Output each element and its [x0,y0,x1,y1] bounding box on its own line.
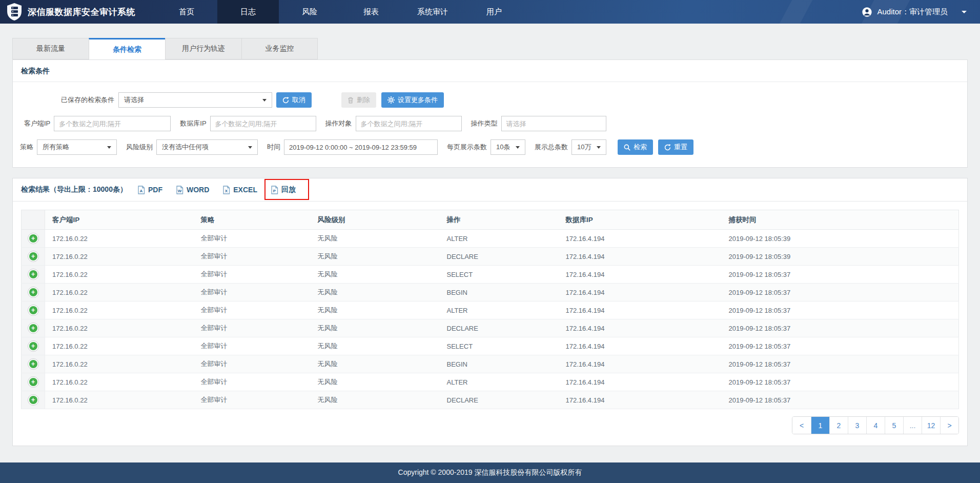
table-row: +172.16.0.22全部审计无风险ALTER172.16.4.1942019… [22,373,959,391]
expand-row-icon[interactable]: + [28,251,39,262]
nav-item-system-audit[interactable]: 系统审计 [402,0,463,24]
tab-user-behavior-track[interactable]: 用户行为轨迹 [165,38,241,59]
expand-row-icon[interactable]: + [28,340,39,352]
nav-item-home[interactable]: 首页 [156,0,217,24]
trash-icon [348,97,354,104]
table-row: +172.16.0.22全部审计无风险DECLARE172.16.4.19420… [22,391,959,409]
expand-cell: + [22,391,45,409]
cell-client-ip: 172.16.0.22 [45,337,194,355]
time-range-input[interactable] [284,139,438,155]
prev-page-button[interactable]: < [792,417,811,434]
expand-row-icon[interactable]: + [28,376,39,388]
chevron-down-icon [248,146,252,149]
export-pdf-link[interactable]: APDF [137,186,162,194]
table-body: +172.16.0.22全部审计无风险ALTER172.16.4.1942019… [22,230,959,409]
expand-row-icon[interactable]: + [28,269,39,280]
page-ellipsis: ... [903,417,922,434]
table-row: +172.16.0.22全部审计无风险DECLARE172.16.4.19420… [22,319,959,337]
tab-latest-traffic[interactable]: 最新流量 [12,38,89,59]
expand-cell: + [22,266,45,284]
page-button-4[interactable]: 4 [866,417,885,434]
more-conditions-button-label: 设置更多条件 [398,95,438,105]
cell-db-ip: 172.16.4.194 [559,355,722,373]
cell-client-ip: 172.16.0.22 [45,284,194,301]
export-excel-link[interactable]: XEXCEL [222,186,257,194]
page-button-2[interactable]: 2 [829,417,848,434]
expand-row-icon[interactable]: + [28,233,39,244]
results-table-wrap: 客户端IP策略风险级别操作数据库IP捕获时间 +172.16.0.22全部审计无… [13,202,967,409]
nav-item-reports[interactable]: 报表 [340,0,402,24]
operation-type-input[interactable] [501,116,606,131]
per-page-value: 10条 [496,143,510,152]
cell-operation: ALTER [440,301,559,319]
policy-select[interactable]: 所有策略 [37,139,117,155]
per-page-select[interactable]: 10条 [491,139,525,155]
client-ip-input[interactable] [54,116,171,131]
cell-capture-time: 2019-09-12 18:05:37 [722,301,959,319]
expand-row-icon[interactable]: + [28,394,39,406]
tab-business-monitor[interactable]: 业务监控 [241,38,318,59]
next-page-button[interactable]: > [940,417,958,434]
total-count-label: 展示总条数 [535,143,568,152]
chevron-down-icon [597,146,601,149]
results-header: 检索结果（导出上限：10000条） APDFWWORDXEXCELP回放 [13,178,967,202]
expand-row-icon[interactable]: + [28,323,39,334]
table-row: +172.16.0.22全部审计无风险BEGIN172.16.4.1942019… [22,284,959,301]
expand-cell: + [22,301,45,319]
db-ip-label: 数据库IP [180,119,206,128]
chevron-down-icon [262,99,267,102]
cancel-button[interactable]: 取消 [276,92,312,108]
delete-button[interactable]: 删除 [341,92,376,108]
saved-conditions-value: 请选择 [124,95,144,105]
expand-cell: + [22,373,45,391]
results-title: 检索结果（导出上限：10000条） [21,185,127,194]
table-header-row: 客户端IP策略风险级别操作数据库IP捕获时间 [22,210,959,230]
cell-db-ip: 172.16.4.194 [559,301,722,319]
plus-icon: + [29,324,37,332]
risk-level-select[interactable]: 没有选中任何项 [156,139,258,155]
search-button[interactable]: 检索 [618,139,653,155]
cell-client-ip: 172.16.0.22 [45,266,194,284]
cell-policy: 全部审计 [194,266,311,284]
page-button-3[interactable]: 3 [848,417,866,434]
page-button-1[interactable]: 1 [811,417,829,434]
per-page-label: 每页展示条数 [447,143,487,152]
search-results-panel: 检索结果（导出上限：10000条） APDFWWORDXEXCELP回放 客户端… [12,178,968,446]
cell-capture-time: 2019-09-12 18:05:37 [722,319,959,337]
page-button-5[interactable]: 5 [885,417,903,434]
nav-item-logs[interactable]: 日志 [217,0,279,24]
export-replay-link[interactable]: P回放 [271,185,296,194]
column-header-capture-time: 捕获时间 [722,210,959,230]
more-conditions-button[interactable]: 设置更多条件 [381,92,444,108]
cell-risk-level: 无风险 [311,373,440,391]
client-ip-label: 客户端IP [24,119,50,128]
saved-conditions-select[interactable]: 请选择 [118,92,272,108]
cell-operation: SELECT [440,266,559,284]
nav-item-risk[interactable]: 风险 [279,0,340,24]
expand-cell: + [22,230,45,248]
cell-risk-level: 无风险 [311,248,440,266]
cell-client-ip: 172.16.0.22 [45,301,194,319]
expand-row-icon[interactable]: + [28,287,39,298]
db-ip-input[interactable] [210,116,316,131]
cell-capture-time: 2019-09-12 18:05:37 [722,373,959,391]
expand-row-icon[interactable]: + [28,305,39,316]
cell-db-ip: 172.16.4.194 [559,319,722,337]
cell-capture-time: 2019-09-12 18:05:37 [722,355,959,373]
chevron-down-icon[interactable] [962,11,967,13]
reset-button[interactable]: 重置 [658,139,693,155]
tab-condition-search[interactable]: 条件检索 [89,38,165,59]
export-word-link[interactable]: WWORD [176,186,209,194]
nav-item-users[interactable]: 用户 [463,0,525,24]
top-navbar: 深信服数据库安全审计系统 首页日志风险报表系统审计用户 Auditor：审计管理… [0,0,980,24]
export-word-label: WORD [187,186,209,194]
expand-row-icon[interactable]: + [28,358,39,370]
total-count-select[interactable]: 10万 [571,139,606,155]
main-nav: 首页日志风险报表系统审计用户 [156,0,525,24]
cancel-button-label: 取消 [292,95,305,105]
page-button-12[interactable]: 12 [922,417,940,434]
user-menu[interactable]: Auditor：审计管理员 [862,7,980,17]
operation-object-input[interactable] [356,116,462,131]
word-file-icon: W [176,186,183,194]
pagination: <12345...12> [792,416,959,434]
